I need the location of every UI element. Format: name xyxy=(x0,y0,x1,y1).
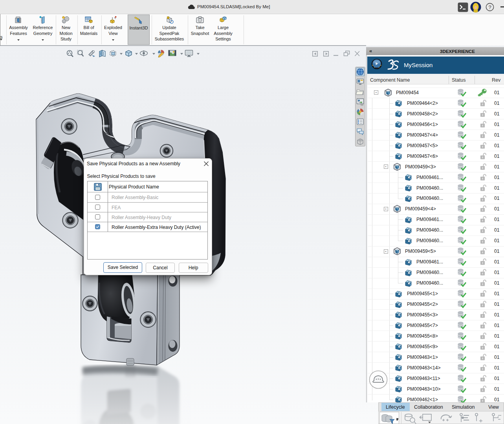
svg-text:?: ? xyxy=(488,4,491,10)
